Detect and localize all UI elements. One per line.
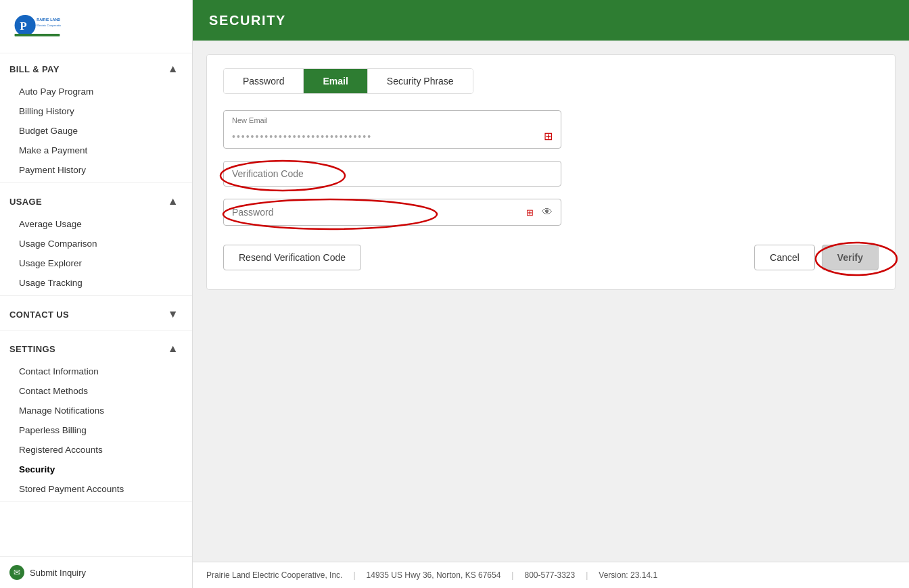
- sidebar-chevron-bill-pay: ▲: [168, 63, 179, 75]
- logo-area: P RAIRIE LAND Electric Cooperative, Inc.: [0, 0, 192, 53]
- new-email-input[interactable]: [232, 131, 538, 142]
- sidebar-section-header-bill-pay[interactable]: BILL & PAY▲: [0, 53, 192, 82]
- sidebar-section-label-bill-pay: BILL & PAY: [9, 64, 60, 74]
- new-email-label: New Email: [232, 116, 268, 124]
- resend-verification-button[interactable]: Resend Verification Code: [223, 245, 361, 270]
- sidebar-section-bill-pay: BILL & PAY▲Auto Pay ProgramBilling Histo…: [0, 53, 192, 183]
- cancel-button[interactable]: Cancel: [754, 245, 815, 270]
- password-wrap-inner: ⊞ 👁: [223, 199, 561, 226]
- sidebar-chevron-usage: ▲: [168, 195, 179, 207]
- divider-contact-us: [0, 330, 192, 330]
- sidebar-item-security[interactable]: Security: [0, 460, 192, 479]
- sidebar-section-header-settings[interactable]: SETTINGS▲: [0, 333, 192, 362]
- password-input[interactable]: [232, 207, 526, 218]
- sidebar-section-label-settings: SETTINGS: [9, 344, 55, 354]
- logo-icon: P RAIRIE LAND Electric Cooperative, Inc.: [14, 9, 61, 43]
- sidebar-item-average-usage[interactable]: Average Usage: [0, 214, 192, 234]
- sidebar-section-settings: SETTINGS▲Contact InformationContact Meth…: [0, 333, 192, 502]
- svg-text:P: P: [20, 20, 26, 32]
- new-email-wrap: New Email ⊞: [223, 110, 561, 149]
- right-buttons: Cancel Verify: [754, 245, 879, 270]
- sidebar-section-header-contact-us[interactable]: CONTACT US▼: [0, 299, 192, 327]
- sidebar-section-contact-us: CONTACT US▼: [0, 299, 192, 330]
- verify-button[interactable]: Verify: [822, 245, 879, 270]
- submit-inquiry-label: Submit Inquiry: [30, 568, 86, 578]
- sidebar-section-usage: USAGE▲Average UsageUsage ComparisonUsage…: [0, 186, 192, 296]
- sidebar-items-usage: Average UsageUsage ComparisonUsage Explo…: [0, 214, 192, 293]
- sidebar-item-paperless-billing[interactable]: Paperless Billing: [0, 420, 192, 440]
- security-card: Password Email Security Phrase New Email…: [206, 54, 895, 290]
- footer-address: 14935 US Hwy 36, Norton, KS 67654: [367, 570, 501, 580]
- sidebar-item-registered-accounts[interactable]: Registered Accounts: [0, 440, 192, 460]
- svg-text:Electric Cooperative, Inc.: Electric Cooperative, Inc.: [37, 24, 61, 27]
- footer-company: Prairie Land Electric Cooperative, Inc.: [206, 570, 342, 580]
- page-title: SECURITY: [209, 13, 286, 28]
- svg-text:RAIRIE LAND: RAIRIE LAND: [37, 18, 60, 22]
- sidebar-section-label-usage: USAGE: [9, 197, 42, 207]
- sidebar-item-contact-methods[interactable]: Contact Methods: [0, 381, 192, 401]
- verification-code-input[interactable]: [232, 168, 553, 179]
- password-group: ⊞ 👁: [223, 199, 879, 226]
- new-email-group: New Email ⊞: [223, 110, 879, 149]
- content-area: Password Email Security Phrase New Email…: [193, 41, 909, 562]
- sidebar-section-label-contact-us: CONTACT US: [9, 310, 69, 320]
- sidebar: P RAIRIE LAND Electric Cooperative, Inc.…: [0, 0, 193, 588]
- sidebar-items-settings: Contact InformationContact MethodsManage…: [0, 362, 192, 499]
- sidebar-item-stored-payment[interactable]: Stored Payment Accounts: [0, 479, 192, 499]
- sidebar-item-manage-notifications[interactable]: Manage Notifications: [0, 401, 192, 420]
- main-content: SECURITY Password Email Security Phrase …: [193, 0, 909, 588]
- tab-email[interactable]: Email: [304, 69, 367, 93]
- tab-security-phrase[interactable]: Security Phrase: [368, 69, 473, 93]
- footer: Prairie Land Electric Cooperative, Inc. …: [193, 562, 909, 588]
- tab-group: Password Email Security Phrase: [223, 68, 473, 94]
- submit-inquiry-icon: ✉: [9, 565, 24, 580]
- eye-icon[interactable]: 👁: [542, 206, 553, 218]
- sidebar-chevron-contact-us: ▼: [168, 308, 179, 320]
- verification-code-group: [223, 161, 879, 187]
- sidebar-item-billing-history[interactable]: Billing History: [0, 101, 192, 121]
- sidebar-item-budget-gauge[interactable]: Budget Gauge: [0, 121, 192, 141]
- password-dots-icon: ⊞: [526, 207, 534, 218]
- email-edit-icon[interactable]: ⊞: [544, 130, 553, 143]
- tab-password[interactable]: Password: [224, 69, 304, 93]
- sidebar-item-contact-info[interactable]: Contact Information: [0, 362, 192, 381]
- footer-version: Version: 23.14.1: [599, 570, 657, 580]
- divider-settings: [0, 501, 192, 502]
- sidebar-item-payment-history[interactable]: Payment History: [0, 160, 192, 180]
- sidebar-section-header-usage[interactable]: USAGE▲: [0, 186, 192, 214]
- sidebar-nav: BILL & PAY▲Auto Pay ProgramBilling Histo…: [0, 53, 192, 505]
- sidebar-item-auto-pay[interactable]: Auto Pay Program: [0, 82, 192, 101]
- sidebar-item-usage-explorer[interactable]: Usage Explorer: [0, 253, 192, 273]
- divider-usage: [0, 295, 192, 296]
- sidebar-chevron-settings: ▲: [168, 343, 179, 355]
- sidebar-items-bill-pay: Auto Pay ProgramBilling HistoryBudget Ga…: [0, 82, 192, 180]
- sidebar-item-usage-comparison[interactable]: Usage Comparison: [0, 234, 192, 253]
- sidebar-item-make-payment[interactable]: Make a Payment: [0, 141, 192, 160]
- svg-rect-4: [15, 34, 60, 36]
- actions-row: Resend Verification Code Cancel Verify: [223, 245, 879, 270]
- verification-code-wrap: [223, 161, 561, 187]
- divider-bill-pay: [0, 182, 192, 183]
- footer-phone: 800-577-3323: [524, 570, 575, 580]
- page-header: SECURITY: [193, 0, 909, 41]
- submit-inquiry-button[interactable]: ✉ Submit Inquiry: [0, 556, 192, 588]
- sidebar-item-usage-tracking[interactable]: Usage Tracking: [0, 273, 192, 293]
- verify-button-wrap: Verify: [822, 245, 879, 270]
